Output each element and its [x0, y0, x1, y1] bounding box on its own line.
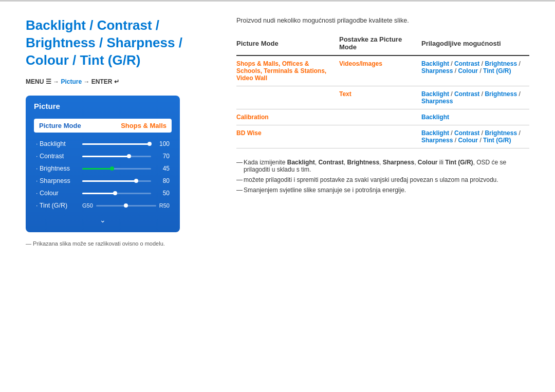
- osd-chevron[interactable]: ⌄: [34, 216, 172, 224]
- osd-backlight-value: 100: [155, 140, 170, 147]
- menu-label: MENU: [26, 78, 44, 85]
- table-row: BD Wise Backlight / Contrast / Brightnes…: [236, 125, 529, 148]
- table-cell-options-3: Backlight: [421, 109, 529, 125]
- notes-section: Kada izmijenite Backlight, Contrast, Bri…: [236, 159, 529, 194]
- intro-text: Proizvod nudi nekoliko mogućnosti prilag…: [236, 17, 529, 24]
- enter-label: ENTER: [91, 78, 113, 85]
- osd-tint-slider[interactable]: G50 R50: [82, 202, 170, 209]
- setting-1-text: Videos/Images: [339, 60, 382, 67]
- osd-row-contrast[interactable]: Contrast 70: [34, 150, 172, 162]
- osd-selected-value: Shops & Malls: [121, 122, 166, 129]
- page-title: Backlight / Contrast / Brightness / Shar…: [26, 17, 216, 69]
- table-cell-mode-3: Calibration: [236, 109, 339, 125]
- table-cell-mode-1: Shops & Malls, Offices & Schools, Termin…: [236, 55, 339, 86]
- table-cell-setting-3: [339, 109, 421, 125]
- table-cell-options-1: Backlight / Contrast / Brightness / Shar…: [421, 55, 529, 86]
- table-header-col1: Picture Mode: [236, 32, 339, 55]
- mode-1-text: Shops & Malls, Offices & Schools, Termin…: [236, 60, 326, 82]
- osd-sharpness-slider[interactable]: 80: [82, 177, 170, 184]
- osd-row-tint[interactable]: Tint (G/R) G50 R50: [34, 199, 172, 212]
- note-item-2: možete prilagoditi i spremiti postavke z…: [236, 176, 529, 183]
- picture-link[interactable]: Picture: [61, 78, 82, 85]
- table-row: Shops & Malls, Offices & Schools, Termin…: [236, 55, 529, 86]
- osd-row-colour[interactable]: Colour 50: [34, 187, 172, 199]
- osd-panel: Picture Picture Mode Shops & Malls Backl…: [26, 96, 180, 232]
- table-cell-setting-4: [339, 125, 421, 148]
- osd-colour-value: 50: [155, 190, 170, 197]
- osd-contrast-value: 70: [155, 153, 170, 160]
- osd-row-brightness[interactable]: Brightness 45: [34, 162, 172, 175]
- footnote-image: ― Prikazana slika može se razlikovati ov…: [26, 240, 216, 247]
- info-table: Picture Mode Postavke za Picture Mode Pr…: [236, 32, 529, 148]
- table-header-col3: Prilagodljive mogućnosti: [421, 32, 529, 55]
- options-2-text: Backlight: [421, 90, 449, 98]
- osd-colour-label: Colour: [36, 190, 82, 197]
- arrow-1: →: [53, 78, 61, 85]
- content-area: Backlight / Contrast / Brightness / Shar…: [0, 2, 555, 392]
- arrow-2: →: [83, 78, 91, 85]
- table-cell-setting-2: Text: [339, 86, 421, 109]
- osd-contrast-label: Contrast: [36, 153, 82, 160]
- note-item-3: Smanjenjem svjetline slike smanjuje se i…: [236, 186, 529, 194]
- osd-tint-label: Tint (G/R): [36, 202, 82, 209]
- page-container: Backlight / Contrast / Brightness / Shar…: [0, 0, 555, 392]
- osd-tint-r-value: R50: [159, 202, 170, 209]
- osd-brightness-value: 45: [155, 165, 170, 172]
- table-row: Calibration Backlight: [236, 109, 529, 125]
- note-item-1: Kada izmijenite Backlight, Contrast, Bri…: [236, 159, 529, 173]
- setting-2-text: Text: [339, 90, 351, 98]
- osd-tint-g-value: G50: [82, 202, 93, 209]
- table-cell-mode-2: [236, 86, 339, 109]
- menu-icon: ☰: [46, 78, 51, 85]
- left-column: Backlight / Contrast / Brightness / Shar…: [26, 17, 216, 382]
- table-cell-options-4: Backlight / Contrast / Brightness / Shar…: [421, 125, 529, 148]
- options-1-text: Backlight: [421, 60, 449, 67]
- options-3-text: Backlight: [421, 114, 449, 121]
- osd-row-sharpness[interactable]: Sharpness 80: [34, 175, 172, 187]
- osd-colour-slider[interactable]: 50: [82, 190, 170, 197]
- menu-path: MENU ☰ → Picture → ENTER ↵: [26, 78, 216, 85]
- table-header-col2: Postavke za Picture Mode: [339, 32, 421, 55]
- osd-row-backlight[interactable]: Backlight 100: [34, 138, 172, 150]
- osd-sharpness-value: 80: [155, 177, 170, 184]
- osd-selected-label: Picture Mode: [39, 122, 81, 129]
- osd-selected-row[interactable]: Picture Mode Shops & Malls: [34, 119, 172, 133]
- table-cell-options-2: Backlight / Contrast / Brightness / Shar…: [421, 86, 529, 109]
- osd-panel-title: Picture: [34, 102, 172, 114]
- mode-3-text: Calibration: [236, 114, 269, 121]
- table-cell-mode-4: BD Wise: [236, 125, 339, 148]
- options-4-text: Backlight: [421, 129, 449, 137]
- osd-brightness-slider[interactable]: 45: [82, 165, 170, 172]
- table-row: Text Backlight / Contrast / Brightness /…: [236, 86, 529, 109]
- osd-sharpness-label: Sharpness: [36, 177, 82, 184]
- enter-icon: ↵: [114, 78, 119, 85]
- osd-contrast-slider[interactable]: 70: [82, 153, 170, 160]
- table-cell-setting-1: Videos/Images: [339, 55, 421, 86]
- osd-brightness-label: Brightness: [36, 165, 82, 172]
- osd-backlight-slider[interactable]: 100: [82, 140, 170, 147]
- mode-4-text: BD Wise: [236, 129, 262, 137]
- osd-backlight-label: Backlight: [36, 140, 82, 147]
- right-column: Proizvod nudi nekoliko mogućnosti prilag…: [236, 17, 529, 382]
